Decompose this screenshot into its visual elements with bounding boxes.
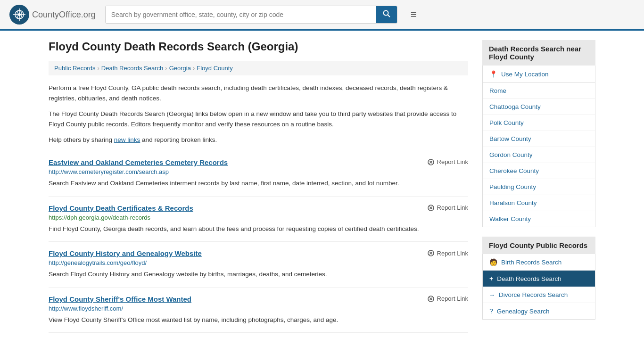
breadcrumb-public-records[interactable]: Public Records (54, 65, 95, 72)
nearby-link-polk[interactable]: Polk County (483, 115, 595, 131)
nearby-header: Death Records Search near Floyd County (482, 40, 595, 66)
sidebar: Death Records Search near Floyd County 📍… (482, 40, 595, 333)
nearby-item-walker: Walker County (483, 211, 595, 227)
description-2: The Floyd County Death Records Search (G… (49, 109, 468, 129)
nearby-item-cherokee: Cherokee County (483, 163, 595, 179)
result-desc-1: Search Eastview and Oakland Cemeteries i… (49, 178, 468, 189)
nearby-link-paulding[interactable]: Paulding County (483, 179, 595, 195)
result-title-4[interactable]: Floyd County Sheriff's Office Most Wante… (49, 295, 191, 303)
result-title-1[interactable]: Eastview and Oakland Cemeteries Cemetery… (49, 158, 228, 166)
logo-text: CountyOffice.org (32, 10, 96, 20)
nearby-link-cherokee[interactable]: Cherokee County (483, 163, 595, 179)
nearby-item-polk: Polk County (483, 115, 595, 131)
page-container: Floyd County Death Records Search (Georg… (39, 31, 605, 342)
report-link-1[interactable]: Report Link (427, 158, 468, 166)
result-url-2: https://dph.georgia.gov/death-records (49, 214, 468, 221)
sidebar-item-death: + Death Records Search (483, 271, 595, 287)
sidebar-link-death[interactable]: + Death Records Search (483, 271, 595, 287)
main-content: Floyd County Death Records Search (Georg… (49, 40, 468, 333)
result-title-2[interactable]: Floyd County Death Certificates & Record… (49, 204, 193, 212)
sidebar-item-divorce: ↔ Divorce Records Search (483, 287, 595, 303)
person-icon: 🧑 (489, 258, 497, 266)
breadcrumb: Public Records › Death Records Search › … (49, 61, 468, 75)
nearby-link-walker[interactable]: Walker County (483, 211, 595, 227)
result-item: Floyd County Sheriff's Office Most Wante… (49, 288, 468, 333)
plus-icon: + (489, 275, 493, 282)
search-input[interactable] (106, 6, 376, 23)
breadcrumb-georgia[interactable]: Georgia (169, 65, 191, 72)
report-link-4[interactable]: Report Link (427, 295, 468, 303)
nearby-item-rome: Rome (483, 83, 595, 99)
nearby-link-chattooga[interactable]: Chattooga County (483, 99, 595, 115)
result-desc-3: Search Floyd County History and Genealog… (49, 269, 468, 280)
result-url-3: http://genealogytrails.com/geo/floyd/ (49, 259, 468, 266)
nearby-link-gordon[interactable]: Gordon County (483, 147, 595, 163)
description-3: Help others by sharing new links and rep… (49, 135, 468, 145)
results-list: Eastview and Oakland Cemeteries Cemetery… (49, 151, 468, 333)
description-1: Perform a free Floyd County, GA public d… (49, 83, 468, 103)
nearby-link-haralson[interactable]: Haralson County (483, 195, 595, 211)
logo-link[interactable]: CountyOffice.org (9, 5, 96, 25)
nearby-link-rome[interactable]: Rome (483, 83, 595, 99)
logo-icon (9, 5, 29, 25)
public-records-section: Floyd County Public Records 🧑 Birth Reco… (482, 237, 595, 320)
report-link-2[interactable]: Report Link (427, 204, 468, 212)
nearby-link-bartow[interactable]: Bartow County (483, 131, 595, 147)
sidebar-link-genealogy[interactable]: ? Genealogy Search (483, 303, 595, 319)
result-item: Floyd County Death Certificates & Record… (49, 197, 468, 242)
nearby-item-paulding: Paulding County (483, 179, 595, 195)
svg-point-6 (383, 11, 388, 16)
menu-icon[interactable]: ≡ (411, 8, 417, 21)
result-title-3[interactable]: Floyd County History and Genealogy Websi… (49, 249, 202, 257)
nearby-item-gordon: Gordon County (483, 147, 595, 163)
sidebar-item-birth: 🧑 Birth Records Search (483, 254, 595, 271)
header: CountyOffice.org ≡ (0, 0, 644, 31)
location-icon: 📍 (489, 70, 497, 78)
breadcrumb-death-records[interactable]: Death Records Search (101, 65, 164, 72)
result-item: Floyd County History and Genealogy Websi… (49, 242, 468, 288)
result-desc-4: View Floyd County Sheriff's Office most … (49, 315, 468, 325)
sidebar-link-divorce[interactable]: ↔ Divorce Records Search (483, 287, 595, 303)
result-url-1: http://www.cemeteryregister.com/search.a… (49, 168, 468, 175)
search-button[interactable] (376, 6, 397, 23)
breadcrumb-floyd-county[interactable]: Floyd County (197, 65, 233, 72)
sidebar-item-genealogy: ? Genealogy Search (483, 303, 595, 319)
public-records-header: Floyd County Public Records (482, 237, 595, 254)
sidebar-link-birth[interactable]: 🧑 Birth Records Search (483, 254, 595, 270)
use-location-link[interactable]: Use My Location (501, 71, 549, 78)
nearby-item-haralson: Haralson County (483, 195, 595, 211)
nearby-item-chattooga: Chattooga County (483, 99, 595, 115)
nearby-section: Death Records Search near Floyd County 📍… (482, 40, 595, 227)
use-location-button[interactable]: 📍 Use My Location (482, 66, 595, 83)
svg-line-7 (388, 15, 390, 17)
result-item: Eastview and Oakland Cemeteries Cemetery… (49, 151, 468, 197)
nearby-list: Rome Chattooga County Polk County Bartow… (482, 83, 595, 227)
search-bar (105, 6, 397, 24)
result-desc-2: Find Floyd County, Georgia death records… (49, 224, 468, 234)
page-title: Floyd County Death Records Search (Georg… (49, 40, 468, 53)
question-icon: ? (489, 307, 493, 315)
result-url-4: http://www.floydsheriff.com/ (49, 305, 468, 312)
new-links[interactable]: new links (114, 136, 140, 143)
report-link-3[interactable]: Report Link (427, 249, 468, 257)
svg-point-5 (18, 13, 21, 16)
nearby-item-bartow: Bartow County (483, 131, 595, 147)
public-records-list: 🧑 Birth Records Search + Death Records S… (482, 254, 595, 320)
arrows-icon: ↔ (489, 292, 495, 298)
